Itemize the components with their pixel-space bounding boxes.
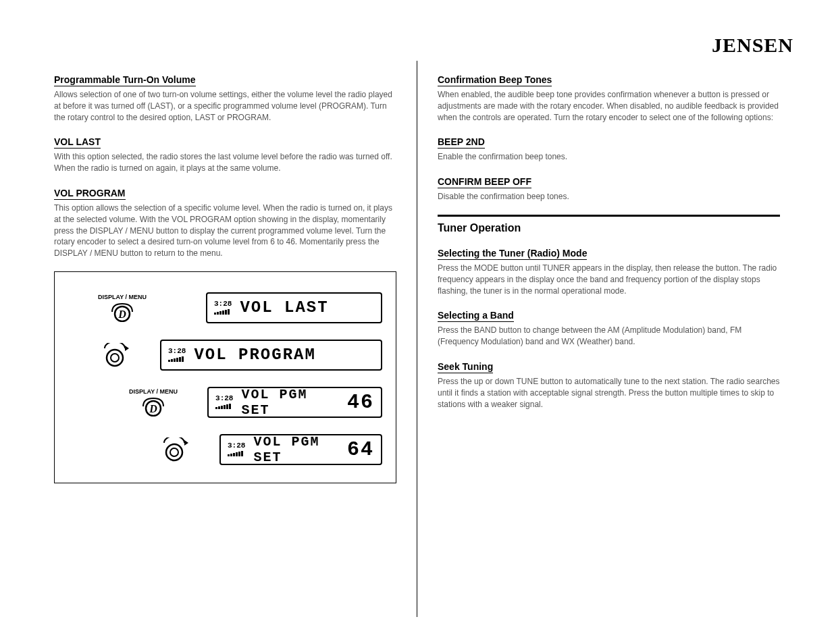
arrow-icon (132, 354, 159, 356)
illus-row-2: 3:28 VOL PROGRAM (99, 340, 382, 371)
svg-point-5 (107, 350, 123, 366)
illus-row-4: 3:28 VOL PGM SET 64 (159, 434, 382, 465)
heading-vol-last-text: VOL LAST (54, 136, 101, 149)
body-band: Press the BAND button to change between … (438, 325, 780, 348)
illustration-box: DISPLAY / MENU D 3:28 VOL (54, 271, 396, 483)
lcd-display-3: 3:28 VOL PGM SET 46 (207, 387, 382, 418)
lcd-clock-2: 3:28 (168, 348, 186, 362)
heading-vol-program-text: VOL PROGRAM (54, 188, 126, 200)
body-vol-last: With this option selected, the radio sto… (54, 151, 396, 174)
heading-beep-on-text: BEEP 2ND (438, 136, 485, 149)
svg-point-15 (170, 448, 178, 456)
rotary-knob-icon (159, 437, 190, 462)
lcd-text-2: VOL PROGRAM (194, 346, 315, 364)
lcd-text-4b: 64 (347, 438, 374, 461)
heading-band-text: Selecting a Band (438, 310, 514, 322)
lcd-display-2: 3:28 VOL PROGRAM (160, 340, 382, 371)
arrow-icon (179, 402, 206, 403)
heading-select-tuner: Selecting the Tuner (Radio) Mode (438, 248, 780, 260)
body-turn-on-volume: Allows selection of one of two turn-on v… (54, 89, 396, 123)
heading-beep-off-text: CONFIRM BEEP OFF (438, 176, 531, 188)
step-knob-2 (159, 437, 190, 462)
heading-band: Selecting a Band (438, 310, 780, 322)
lcd-clock-4: 3:28 (228, 442, 245, 456)
heading-turn-on-volume-text: Programmable Turn-On Volume (54, 74, 196, 86)
page-content: Programmable Turn-On Volume Allows selec… (34, 61, 800, 617)
heading-select-tuner-text: Selecting the Tuner (Radio) Mode (438, 248, 587, 260)
svg-point-14 (166, 444, 182, 460)
lcd-clock-3: 3:28 (215, 395, 233, 409)
right-column: Confirmation Beep Tones When enabled, th… (417, 61, 800, 617)
brand-logo: JENSEN (712, 34, 793, 57)
body-beep: When enabled, the audible beep tone prov… (438, 89, 780, 123)
svg-text:D: D (149, 403, 157, 414)
lcd-text-3a: VOL PGM SET (241, 387, 344, 418)
illus-row-1: DISPLAY / MENU D 3:28 VOL (68, 292, 382, 323)
lcd-clock-text-3: 3:28 (215, 395, 233, 402)
lcd-text-4a: VOL PGM SET (253, 434, 344, 465)
display-menu-label-2: DISPLAY / MENU (129, 388, 178, 395)
lcd-clock-text-1: 3:28 (214, 300, 232, 308)
lcd-text-1: VOL LAST (240, 298, 328, 317)
section-rule (438, 215, 780, 217)
d-button-icon: D (139, 396, 167, 417)
left-column: Programmable Turn-On Volume Allows selec… (34, 61, 417, 617)
heading-beep-on: BEEP 2ND (438, 136, 780, 149)
heading-vol-program: VOL PROGRAM (54, 188, 396, 200)
rotary-knob-icon (99, 343, 130, 367)
heading-vol-last: VOL LAST (54, 136, 396, 149)
heading-beep-off: CONFIRM BEEP OFF (438, 176, 780, 188)
step-knob-1 (99, 343, 130, 367)
signal-bars-icon (214, 309, 230, 315)
body-seek: Press the up or down TUNE button to auto… (438, 376, 780, 410)
lcd-display-4: 3:28 VOL PGM SET 64 (219, 434, 382, 465)
svg-marker-4 (125, 346, 129, 351)
body-vol-program: This option allows the selection of a sp… (54, 203, 396, 259)
body-beep-off: Disable the confirmation beep tones. (438, 191, 780, 203)
svg-text:D: D (118, 308, 126, 320)
body-select-tuner: Press the MODE button until TUNER appear… (438, 263, 780, 296)
arrow-icon (178, 307, 205, 308)
heading-seek-text: Seek Tuning (438, 361, 493, 373)
illus-row-3: DISPLAY / MENU D 3:28 VOL (129, 387, 382, 418)
step-button-1: DISPLAY / MENU D (68, 294, 176, 322)
signal-bars-icon (215, 404, 231, 409)
heading-turn-on-volume: Programmable Turn-On Volume (54, 74, 396, 86)
body-beep-on: Enable the confirmation beep tones. (438, 151, 780, 163)
lcd-display-1: 3:28 VOL LAST (206, 292, 382, 323)
signal-bars-icon (228, 451, 243, 456)
step-button-2: DISPLAY / MENU D (129, 388, 178, 417)
lcd-clock-text-2: 3:28 (168, 348, 186, 355)
heading-seek: Seek Tuning (438, 361, 780, 373)
heading-beep-text: Confirmation Beep Tones (438, 74, 552, 86)
svg-marker-13 (184, 440, 188, 446)
lcd-clock-text-4: 3:28 (228, 442, 245, 450)
arrow-icon (191, 449, 218, 450)
d-button-icon: D (108, 302, 136, 322)
lcd-clock-1: 3:28 (214, 300, 232, 315)
display-menu-label-1: DISPLAY / MENU (98, 294, 147, 300)
lcd-text-3b: 46 (347, 391, 374, 414)
heading-tuner-operation: Tuner Operation (438, 222, 780, 234)
heading-beep: Confirmation Beep Tones (438, 74, 780, 86)
svg-point-6 (111, 354, 119, 362)
signal-bars-icon (168, 356, 184, 362)
